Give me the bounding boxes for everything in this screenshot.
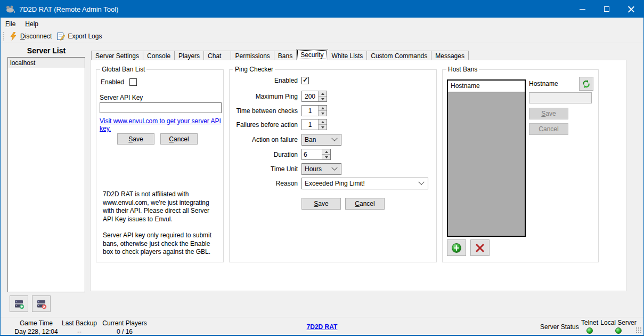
- host-cancel-button[interactable]: Cancel: [529, 123, 568, 135]
- action-on-failure-value: Ban: [302, 136, 332, 143]
- tab-players[interactable]: Players: [174, 51, 204, 60]
- delete-host-ban-button[interactable]: [470, 239, 490, 256]
- tab-white-lists[interactable]: White Lists: [328, 51, 368, 60]
- server-list-title: Server List: [7, 46, 85, 55]
- failures-before-action-stepper[interactable]: 1: [301, 119, 327, 130]
- server-status-label: Server Status: [540, 323, 579, 331]
- export-logs-button[interactable]: Export Logs: [55, 31, 105, 42]
- server-list-item-localhost[interactable]: localhost: [8, 58, 85, 68]
- spin-down-icon[interactable]: [319, 96, 327, 101]
- tab-permissions[interactable]: Permissions: [231, 51, 274, 60]
- gbl-note-api-key: Server API key only required to submit b…: [103, 231, 221, 257]
- time-unit-value: Hours: [302, 165, 332, 173]
- status-bar: Game Time Day 228, 12:04 Last Backup -- …: [1, 317, 643, 335]
- ping-cancel-button[interactable]: Cancel: [345, 198, 385, 210]
- host-bans-title: Host Bans: [446, 66, 479, 73]
- hostname-input[interactable]: [529, 92, 592, 103]
- tab-bans[interactable]: Bans: [274, 51, 297, 60]
- check-icon: ✓: [303, 76, 308, 84]
- chevron-down-icon: [331, 135, 337, 141]
- global-ban-list-group: Global Ban List Enabled Server API Key V…: [96, 69, 224, 262]
- telnet-status: Telnet: [578, 319, 601, 335]
- ping-enabled-checkbox[interactable]: ✓: [301, 77, 309, 84]
- spin-up-icon[interactable]: [322, 149, 330, 154]
- envul-link[interactable]: Visit www.envul.com to get your server A…: [100, 117, 223, 132]
- title-bar: 7D2D RAT (Remote Admin Tool): [1, 1, 643, 18]
- refresh-button[interactable]: [579, 77, 593, 91]
- gbl-enabled-checkbox[interactable]: [129, 78, 137, 86]
- hostname-label: Hostname: [529, 80, 558, 87]
- failures-before-action-value: 1: [302, 119, 318, 130]
- add-host-ban-button[interactable]: [447, 239, 466, 256]
- local-server-label: Local Server: [600, 319, 637, 326]
- ping-save-button[interactable]: Save: [301, 198, 341, 210]
- spin-down-icon[interactable]: [319, 110, 327, 116]
- close-button[interactable]: [619, 1, 643, 18]
- menu-bar: File Help: [1, 18, 643, 30]
- add-server-icon: [13, 299, 25, 309]
- resize-grip[interactable]: [635, 327, 642, 333]
- chevron-down-icon: [418, 179, 424, 185]
- plus-circle-icon: [451, 243, 462, 253]
- host-save-button[interactable]: Save: [529, 108, 568, 119]
- remove-server-icon: [36, 299, 47, 309]
- spin-up-icon[interactable]: [319, 119, 327, 124]
- host-bans-grid-header[interactable]: Hostname: [448, 81, 525, 92]
- tab-security[interactable]: Security: [296, 49, 328, 60]
- refresh-icon: [582, 79, 591, 89]
- disconnect-label: Disconnect: [20, 33, 52, 40]
- disconnect-button[interactable]: Disconnect: [7, 31, 55, 42]
- reason-value: Exceeded Ping Limit!: [302, 180, 419, 187]
- reason-label: Reason: [230, 180, 298, 187]
- toolbar: Disconnect Export Logs: [1, 30, 643, 43]
- server-api-key-input[interactable]: [100, 102, 222, 113]
- tab-messages[interactable]: Messages: [431, 51, 469, 60]
- rat-app-icon: [5, 4, 15, 14]
- menu-file[interactable]: File: [1, 19, 20, 29]
- lightning-icon: [9, 32, 18, 41]
- maximize-icon: [604, 6, 609, 12]
- host-bans-grid[interactable]: Hostname: [447, 79, 526, 237]
- export-logs-icon: [56, 32, 65, 41]
- failures-before-action-label: Failures before action: [230, 121, 298, 129]
- chevron-down-icon: [331, 165, 337, 171]
- duration-stepper[interactable]: 6: [301, 149, 331, 160]
- tab-chat[interactable]: Chat: [203, 51, 231, 60]
- maximum-ping-label: Maximum Ping: [230, 93, 298, 100]
- action-on-failure-label: Action on failure: [230, 136, 298, 143]
- tab-server-settings[interactable]: Server Settings: [91, 51, 143, 60]
- time-between-checks-value: 1: [302, 106, 318, 116]
- app-window: 7D2D RAT (Remote Admin Tool) File Help D…: [0, 0, 644, 336]
- maximize-button[interactable]: [594, 1, 619, 18]
- telnet-status-led: [586, 327, 593, 334]
- host-bans-group: Host Bans Hostname Hostname Save Cancel: [442, 69, 599, 262]
- minimize-button[interactable]: [570, 1, 594, 18]
- gbl-save-button[interactable]: Save: [117, 133, 154, 145]
- spin-down-icon[interactable]: [322, 154, 330, 159]
- ping-checker-group: Ping Checker Enabled ✓ Maximum Ping 200 …: [229, 69, 437, 262]
- toolbar-grip[interactable]: [3, 31, 4, 41]
- telnet-label: Telnet: [578, 319, 601, 326]
- tab-console[interactable]: Console: [143, 51, 175, 60]
- add-server-button[interactable]: [10, 295, 28, 312]
- maximum-ping-stepper[interactable]: 200: [301, 91, 327, 102]
- tab-strip: Server Settings Console Players Chat Per…: [91, 50, 468, 60]
- security-tab-page: Global Ban List Enabled Server API Key V…: [90, 60, 626, 291]
- ping-enabled-label: Enabled: [230, 77, 298, 84]
- spin-up-icon[interactable]: [319, 106, 327, 110]
- tab-custom-commands[interactable]: Custom Commands: [366, 51, 431, 60]
- action-on-failure-select[interactable]: Ban: [301, 134, 341, 146]
- spin-up-icon[interactable]: [319, 91, 327, 96]
- time-between-checks-stepper[interactable]: 1: [301, 105, 327, 116]
- maximum-ping-value: 200: [302, 91, 318, 101]
- menu-help[interactable]: Help: [20, 19, 43, 29]
- global-ban-list-title: Global Ban List: [100, 66, 146, 73]
- reason-select[interactable]: Exceeded Ping Limit!: [301, 178, 428, 189]
- server-listbox[interactable]: localhost: [7, 57, 85, 292]
- gbl-cancel-button[interactable]: Cancel: [160, 133, 198, 145]
- minimize-icon: [580, 9, 585, 10]
- time-unit-select[interactable]: Hours: [301, 163, 341, 175]
- remove-server-button[interactable]: [32, 295, 51, 312]
- close-icon: [628, 6, 634, 12]
- spin-down-icon[interactable]: [319, 124, 327, 130]
